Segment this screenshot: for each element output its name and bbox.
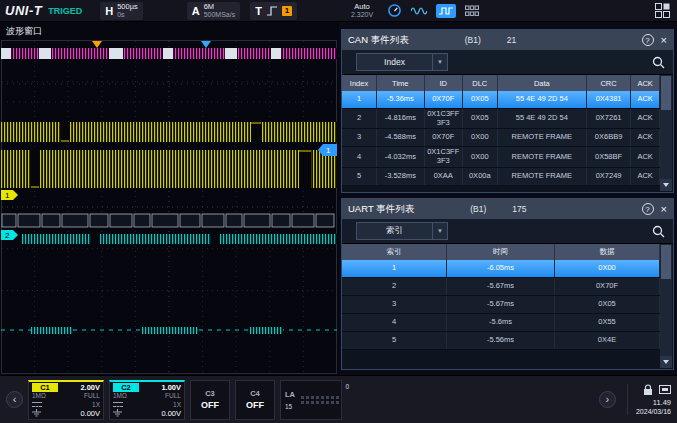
horizontal-settings-button[interactable]: H 500µs 0s [100,2,143,20]
channel2-scale: 1.00V [141,383,181,392]
can-row[interactable]: 4-4.032ms0X1C3FF3F30X00REMOTE FRAME0X58B… [342,147,660,167]
channel2-label: C2 [113,383,139,392]
search-icon [652,56,665,69]
cell: 4 [342,147,377,166]
sample-rate-value: 500MSa/s [204,11,236,18]
can-row[interactable]: 5-3.528ms0XAA0X00aREMOTE FRAME0X7249ACK [342,168,660,186]
cell: 5 [342,332,447,349]
cell: -4.588ms [377,129,425,146]
can-row[interactable]: 2-4.816ms0X1C3FF3F30X0555 4E 49 2D 540X7… [342,109,660,129]
cell: ACK [631,129,660,146]
can-table-header: IndexTimeIDDLCDataCRCACK [342,75,660,91]
channel1-offset: 0.00V [60,409,100,418]
cell: 0X1C3FF3F3 [425,109,463,128]
channel2-probe: 1X [141,400,181,409]
bottom-channel-bar: ‹ C1 2.00V 1MΩ FULL 1X 0.00V C2 1.00V 1M… [0,375,677,423]
chevron-down-icon: ▼ [432,54,447,70]
uart-row[interactable]: 2-5.67ms0X70F [342,278,660,296]
waveform-window: 波形窗口 [0,22,339,375]
cell: 55 4E 49 2D 54 [498,109,587,128]
close-icon[interactable]: × [661,35,667,46]
acquire-settings-button[interactable]: A 6M 500MSa/s [187,2,240,20]
horizontal-offset-value: 0s [117,11,138,18]
svg-text:1: 1 [5,191,10,200]
a-label: A [192,5,200,17]
cell: 0X00a [463,168,498,185]
cell: ACK [631,109,660,128]
prev-page-button[interactable]: ‹ [6,391,23,408]
ground-icon [113,409,139,418]
dc-coupling-icon [113,402,123,407]
cell: 0X70F [555,278,660,295]
trigger-settings-button[interactable]: T 1 [250,2,297,20]
la-label: LA [285,390,301,399]
cell: 0X6BB9 [587,129,632,146]
column-header: Data [498,75,587,91]
column-header: 数据 [555,244,660,260]
uart-decode-trace [2,214,334,227]
uart-row[interactable]: 4-5.6ms0X55 [342,314,660,332]
trigger-source-badge: 1 [282,6,292,16]
channel1-box[interactable]: C1 2.00V 1MΩ FULL 1X 0.00V [28,380,104,420]
uart-row[interactable]: 5-5.56ms0X4E [342,332,660,350]
scroll-down-button[interactable] [660,179,672,191]
logic-analyzer-box[interactable]: LA 15 0 [280,380,342,420]
column-header: DLC [463,75,498,91]
next-page-button[interactable]: › [599,391,616,408]
channel1-probe: 1X [60,400,100,409]
scrollbar-thumb[interactable] [661,245,671,279]
sort-dropdown[interactable]: 索引 ▼ [356,222,448,240]
scroll-down-button[interactable] [660,356,672,368]
svg-text:2: 2 [5,231,10,240]
channel3-box[interactable]: C3 OFF [190,380,230,420]
dropdown-value: 索引 [357,223,432,239]
cell: 3 [342,296,447,313]
cell: 0X00 [463,129,498,146]
cell: -5.67ms [447,278,555,295]
measure-gauge-icon[interactable] [387,3,402,18]
close-icon[interactable]: × [661,204,667,215]
scrollbar-thumb[interactable] [661,76,671,110]
cell: 2 [342,109,377,128]
channel1-impedance: 1MΩ [32,392,58,401]
can-scrollbar[interactable] [660,75,672,191]
channel1-bandwidth: FULL [60,392,100,401]
cell: 0X70F [425,91,463,108]
clock-time: 11.49 [653,398,671,407]
menu-grid-icon[interactable] [655,3,670,18]
lock-icon[interactable] [643,384,653,396]
column-header: 索引 [342,244,447,260]
search-button[interactable] [652,56,665,69]
search-button[interactable] [652,225,665,238]
timebase-value: 500µs [117,3,138,11]
help-icon[interactable]: ? [642,34,654,46]
can-filter-row: Index ▼ [342,50,673,75]
bus-label: (B1) [465,35,481,45]
sort-dropdown[interactable]: Index ▼ [356,53,448,71]
column-header: ID [425,75,463,91]
uart-row[interactable]: 1-6.05ms0X00 [342,260,660,278]
waveform-display[interactable]: 1 2 1 [1,40,337,374]
help-icon[interactable]: ? [642,203,654,215]
bus-decode-icon[interactable] [436,4,456,18]
screenshot-icon[interactable] [659,384,671,395]
column-header: Time [377,75,425,91]
digital-channels-icon[interactable] [465,5,479,17]
can-row[interactable]: 1-5.36ms0X70F0X0555 4E 49 2D 540X4381ACK [342,91,660,109]
cell: ACK [631,147,660,166]
column-header: 时间 [447,244,555,260]
cell: 55 4E 49 2D 54 [498,91,587,108]
uart-row[interactable]: 3-5.67ms0X05 [342,296,660,314]
brand-logo: UNI-T [5,3,42,18]
channel2-box[interactable]: C2 1.00V 1MΩ FULL 1X 0.00V [109,380,185,420]
cell: 2 [342,278,447,295]
ch1-trace [1,122,337,188]
h-label: H [105,5,113,17]
channel4-box[interactable]: C4 OFF [235,380,275,420]
cell: 0XAA [425,168,463,185]
can-row[interactable]: 3-4.588ms0X70F0X00REMOTE FRAME0X6BB9ACK [342,129,660,147]
analog-wave-icon[interactable] [411,5,427,17]
cell: 0X05 [555,296,660,313]
uart-scrollbar[interactable] [660,244,672,368]
channel2-offset: 0.00V [141,409,181,418]
